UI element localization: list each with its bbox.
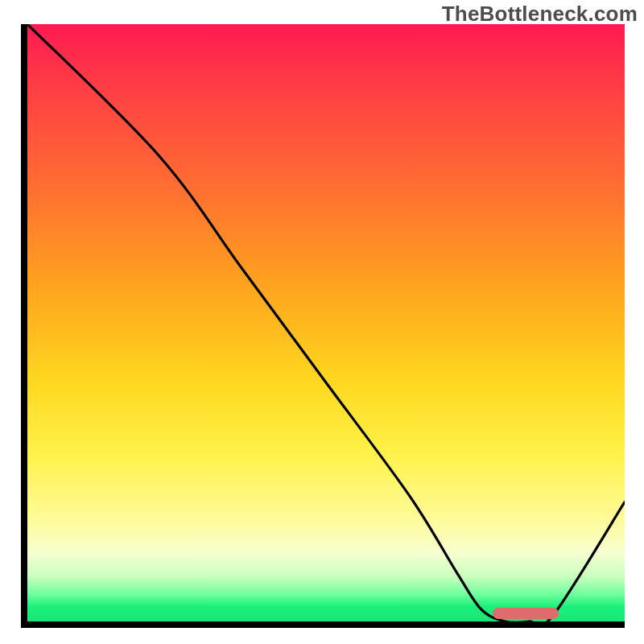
plot-area xyxy=(21,24,625,628)
watermark-text: TheBottleneck.com xyxy=(442,2,638,27)
optimal-range-marker xyxy=(493,608,559,619)
bottleneck-curve xyxy=(27,24,625,621)
chart-container: TheBottleneck.com xyxy=(0,0,644,644)
